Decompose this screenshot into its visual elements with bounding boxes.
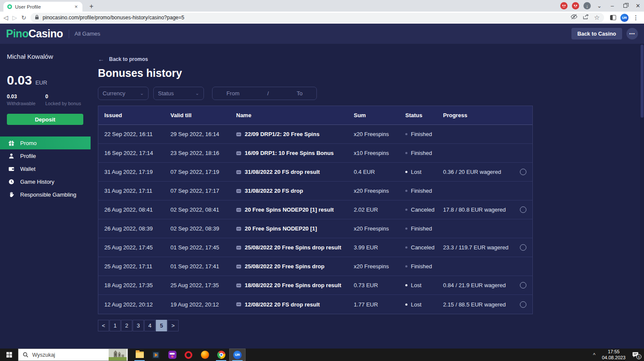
sidebar-item-responsible-gambling[interactable]: Responsible Gambling [0,188,91,201]
side-panel-icon[interactable] [610,15,616,20]
page-prev-button[interactable]: < [98,320,109,331]
tab-close-icon[interactable]: × [73,3,79,10]
page-button-4[interactable]: 4 [144,320,155,331]
clock-time: 17:55 [602,349,626,355]
status-cell: Finished [405,188,443,194]
sum-cell: 0.4 EUR [354,169,405,175]
progress-ring-icon[interactable] [520,301,526,308]
taskbar-clock[interactable]: 17:55 04.08.2023 [602,349,626,360]
slot-machine-icon [236,132,241,137]
table-row[interactable]: 31 Aug 2022, 17:11 07 Sep 2022, 17:17 31… [98,182,532,200]
table-row[interactable]: 26 Aug 2022, 08:39 02 Sep 2022, 08:39 20… [98,219,532,238]
table-row[interactable]: 22 Sep 2022, 16:11 29 Sep 2022, 16:14 22… [98,125,532,144]
date-from-field[interactable]: From [226,90,239,97]
taskbar-opera[interactable] [180,349,197,361]
window-restore-button[interactable] [621,3,629,9]
status-dot [405,303,407,306]
back-to-casino-button[interactable]: Back to Casino [571,28,622,39]
page-button-2[interactable]: 2 [121,320,132,331]
status-cell: Canceled [405,244,443,251]
issued-cell: 26 Aug 2022, 08:39 [104,225,170,232]
taskbar-chrome[interactable] [213,349,229,361]
page-scrollbar[interactable] [640,44,644,349]
progress-ring-icon[interactable] [520,206,526,213]
table-row[interactable]: 31 Aug 2022, 17:19 07 Sep 2022, 17:19 31… [98,163,532,182]
ur-browser-icon: UR [233,351,242,359]
date-range-filter[interactable]: From / To [212,87,317,100]
bonus-name-cell: 20 Free Spins NODEP20 [1] result [236,206,354,213]
locked-value: 0 [46,94,84,100]
address-bar[interactable]: pinocasino.com/profile/promo/bonuses-his… [30,13,604,22]
sidebar-item-profile[interactable]: Profile [0,149,91,162]
new-tab-button[interactable]: + [87,2,96,11]
issued-cell: 26 Aug 2022, 08:41 [104,206,170,213]
sidebar-item-game-history[interactable]: Game History [0,175,91,188]
issued-cell: 31 Aug 2022, 17:11 [104,188,170,194]
download-icon[interactable]: ↓ [583,2,591,9]
status-dot [405,133,407,135]
taskbar-movies-app[interactable] [148,349,164,361]
page-button-3[interactable]: 3 [133,320,144,331]
sidebar-item-wallet[interactable]: Wallet [0,162,91,175]
page-button-5[interactable]: 5 [156,320,167,331]
window-minimize-button[interactable]: – [608,3,617,9]
back-to-promos-link[interactable]: ← Back to promos [98,55,644,63]
table-row[interactable]: 26 Aug 2022, 08:41 02 Sep 2022, 08:41 20… [98,200,532,219]
sum-cell: x20 Freespins [354,263,405,270]
table-row[interactable]: 16 Sep 2022, 17:14 23 Sep 2022, 18:16 16… [98,144,532,163]
table-row[interactable]: 18 Aug 2022, 17:35 25 Aug 2022, 17:35 18… [98,276,532,295]
header-more-button[interactable]: ••• [626,28,638,39]
withdrawable-value: 0.03 [7,94,46,100]
share-icon[interactable] [583,14,589,21]
page-next-button[interactable]: > [167,320,179,331]
browser-forward-icon[interactable]: ▷ [12,14,17,21]
play-icon [152,351,160,359]
tab-search-icon[interactable]: ⌄ [595,3,604,9]
table-row[interactable]: 25 Aug 2022, 17:11 01 Sep 2022, 17:41 25… [98,257,532,276]
tray-expand-icon[interactable]: ^ [593,352,595,358]
slot-machine-icon [236,170,241,175]
progress-ring-icon[interactable] [520,282,526,288]
firefox-icon [201,351,209,359]
notification-icon[interactable]: 1 [632,352,639,358]
currency-filter[interactable]: Currency ⌄ [98,87,149,100]
progress-ring-icon[interactable] [520,169,526,175]
balance-currency: EUR [35,79,47,86]
pinocasino-logo[interactable]: PinoCasino [6,27,63,40]
extension-icon[interactable] [560,2,568,9]
window-close-button[interactable]: ✕ [634,3,642,9]
valid-till-cell: 07 Sep 2022, 17:19 [170,169,236,175]
status-dot [405,246,407,249]
valid-till-cell: 19 Aug 2022, 20:12 [170,301,236,308]
table-row[interactable]: 25 Aug 2022, 17:45 01 Sep 2022, 17:45 25… [98,238,532,257]
browser-profile-avatar[interactable]: UR [620,14,629,22]
start-button[interactable] [0,349,18,361]
browser-reload-icon[interactable]: ↻ [21,14,27,21]
page-button-1[interactable]: 1 [109,320,121,331]
taskbar-purple-app[interactable] [164,349,180,361]
status-filter[interactable]: Status ⌄ [153,87,204,100]
valid-till-cell: 02 Sep 2022, 08:39 [170,225,236,232]
table-row[interactable]: 12 Aug 2022, 20:12 19 Aug 2022, 20:12 12… [98,295,532,314]
issued-cell: 22 Sep 2022, 16:11 [104,131,170,137]
search-highlight-image[interactable] [109,349,127,361]
taskbar-file-explorer[interactable] [131,349,148,361]
extension-icon[interactable] [572,2,579,9]
taskbar-firefox[interactable] [197,349,213,361]
issued-cell: 16 Sep 2022, 17:14 [104,150,170,156]
eye-off-icon[interactable] [571,14,577,21]
scrollbar-thumb[interactable] [641,45,644,118]
taskbar-search[interactable]: Wyszukaj [18,349,128,361]
nav-all-games[interactable]: All Games [75,30,100,37]
sidebar-item-promo[interactable]: Promo [0,137,91,149]
deposit-button[interactable]: Deposit [7,114,83,125]
progress-ring-icon[interactable] [520,244,526,251]
taskbar-ur-browser[interactable]: UR [229,349,246,361]
browser-back-icon[interactable]: ◁ [3,14,8,21]
url-text: pinocasino.com/profile/promo/bonuses-his… [43,15,567,21]
date-to-field[interactable]: To [297,90,303,97]
browser-tab[interactable]: User Profile × [3,2,82,12]
browser-menu-icon[interactable]: ⋮ [633,14,639,21]
hand-icon [8,191,15,198]
bookmark-star-icon[interactable]: ☆ [594,14,600,21]
